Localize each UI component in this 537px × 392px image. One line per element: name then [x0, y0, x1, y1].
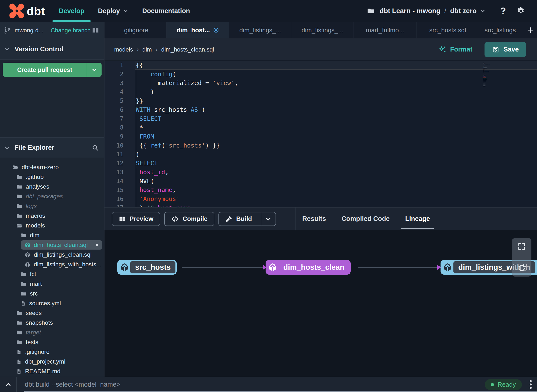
tab-mart-fullmo-[interactable]: mart_fullmo...: [354, 22, 416, 38]
tree-item-mart[interactable]: mart: [0, 279, 104, 289]
bottom-scrollbar[interactable]: [24, 391, 537, 392]
kebab-menu-icon[interactable]: [529, 379, 533, 390]
code-line-9[interactable]: 9 FROM: [104, 132, 537, 141]
tree-item-snapshots[interactable]: snapshots: [0, 318, 104, 328]
file-icon: [20, 301, 26, 306]
panel-tab-lineage[interactable]: Lineage: [397, 208, 438, 230]
file-explorer-title: File Explorer: [15, 144, 54, 151]
tree-item-target[interactable]: target: [0, 328, 104, 337]
code-line-17[interactable]: 17 ) AS host_name,: [104, 203, 537, 207]
tree-item-readme-md[interactable]: README.md: [0, 366, 104, 376]
dbt-logo-text: dbt: [27, 4, 45, 18]
nav-develop[interactable]: Develop: [59, 0, 84, 22]
version-control-header[interactable]: Version Control: [0, 39, 104, 60]
tree-item-sources-yml[interactable]: sources.yml: [0, 298, 104, 308]
tab-dim-listings-[interactable]: dim_listings_...: [291, 22, 354, 38]
tree-item-dim[interactable]: dim: [0, 230, 104, 240]
tree-item--github[interactable]: .github: [0, 172, 104, 182]
tree-item-macros[interactable]: macros: [0, 211, 104, 221]
token-field: host_name: [158, 204, 191, 207]
code-line-10[interactable]: 10 {{ ref('src_hosts') }}: [104, 141, 537, 150]
build-dropdown[interactable]: [261, 212, 276, 226]
tree-item-dbt-packages[interactable]: dbt_packages: [0, 192, 104, 201]
code-line-13[interactable]: 13 host_id,: [104, 168, 537, 177]
editor-minimap[interactable]: [483, 63, 496, 87]
tab-src-hosts-sql[interactable]: src_hosts.sql: [416, 22, 479, 38]
environment-selector[interactable]: dbt zero: [450, 7, 477, 15]
token-keyword: AS: [191, 106, 198, 113]
lineage-node-src-hosts[interactable]: src_hosts: [117, 260, 177, 275]
panel-tab-compiled-code[interactable]: Compiled Code: [334, 208, 397, 230]
line-number: 14: [104, 178, 135, 184]
refresh-icon[interactable]: [517, 263, 526, 273]
file-explorer-header[interactable]: File Explorer: [0, 137, 104, 158]
build-button[interactable]: Build: [218, 212, 276, 226]
fullscreen-icon[interactable]: [517, 242, 526, 251]
format-button[interactable]: Format: [438, 45, 472, 54]
folder-icon: [16, 320, 23, 326]
tree-item-dim-listings-clean-sql[interactable]: dim_listings_clean.sql: [0, 250, 104, 260]
token-plain: }}: [136, 97, 143, 105]
code-line-2[interactable]: 2 config(: [104, 70, 537, 79]
tree-item-dbt-project-yml[interactable]: dbt_project.yml: [0, 357, 104, 366]
token-keyword: config: [150, 71, 172, 78]
tree-item-label: snapshots: [26, 319, 53, 326]
lineage-canvas[interactable]: src_hostsdim_hosts_cleandim_listings_wit…: [104, 230, 537, 377]
code-line-14[interactable]: 14 NVL(: [104, 177, 537, 186]
panel-tab-results[interactable]: Results: [294, 208, 334, 230]
tree-item-label: dbt-learn-zero: [22, 164, 59, 171]
tree-item-dim-hosts-clean-sql[interactable]: dim_hosts_clean.sql: [0, 240, 104, 250]
nav-documentation[interactable]: Documentation: [142, 0, 190, 22]
code-editor[interactable]: 1{{2 config(3 materialized = 'view',4 )5…: [104, 61, 537, 207]
tree-item-dbt-learn-zero[interactable]: dbt-learn-zero: [0, 162, 104, 172]
breadcrumb-item[interactable]: models: [114, 46, 133, 53]
code-line-7[interactable]: 7 SELECT: [104, 114, 537, 123]
tree-item-src[interactable]: src: [0, 289, 104, 298]
tree-item--gitignore[interactable]: .gitignore: [0, 347, 104, 357]
indent-guide: [136, 141, 136, 150]
nav-deploy[interactable]: Deploy: [98, 0, 129, 22]
code-line-12[interactable]: 12SELECT: [104, 159, 537, 168]
tree-item-logs[interactable]: logs: [0, 201, 104, 211]
breadcrumb-item[interactable]: dim_hosts_clean.sql: [161, 46, 214, 53]
code-line-15[interactable]: 15 host_name,: [104, 186, 537, 195]
code-line-6[interactable]: 6WITH src_hosts AS (: [104, 105, 537, 114]
docs-book-icon[interactable]: [92, 26, 99, 34]
tab-dim-host-[interactable]: dim_host...: [166, 22, 229, 38]
tree-item-models[interactable]: models: [0, 221, 104, 230]
search-icon[interactable]: [92, 144, 99, 151]
create-pull-request-button[interactable]: Create pull request: [3, 63, 102, 77]
help-button[interactable]: ?: [500, 6, 506, 16]
command-input[interactable]: dbt build --select <model_name>: [25, 381, 120, 388]
tree-item-fct[interactable]: fct: [0, 269, 104, 279]
breadcrumb-item[interactable]: dim: [142, 46, 152, 53]
code-line-11[interactable]: 11): [104, 150, 537, 159]
create-pr-dropdown[interactable]: [87, 63, 102, 77]
code-line-5[interactable]: 5}}: [104, 96, 537, 105]
new-tab-button[interactable]: [524, 22, 537, 38]
code-line-16[interactable]: 16 'Anonymous': [104, 194, 537, 203]
gear-icon[interactable]: [516, 6, 525, 16]
tree-item-dim-listings-with-hosts-[interactable]: dim_listings_with_hosts...: [0, 260, 104, 269]
code-line-1[interactable]: 1{{: [104, 61, 537, 70]
tab-dim-listings-[interactable]: dim_listings_...: [229, 22, 291, 38]
tab-src-listings-[interactable]: src_listings.: [479, 22, 523, 38]
project-name: dbt Learn - mwong: [380, 7, 440, 15]
change-branch-link[interactable]: Change branch: [51, 27, 91, 34]
tree-item-seeds[interactable]: seeds: [0, 308, 104, 318]
save-button[interactable]: Save: [485, 42, 526, 57]
editor-header: models›dim›dim_hosts_clean.sql Format Sa…: [104, 38, 537, 61]
tree-item-tests[interactable]: tests: [0, 337, 104, 347]
compile-button[interactable]: Compile: [164, 212, 214, 226]
code-line-3[interactable]: 3 materialized = 'view',: [104, 78, 537, 87]
token-plain: ) }}: [205, 142, 220, 149]
token-field: host_name: [139, 186, 172, 193]
code-line-8[interactable]: 8 *: [104, 123, 537, 132]
chevron-down-icon[interactable]: [479, 8, 486, 14]
code-line-4[interactable]: 4 ): [104, 87, 537, 96]
tree-item-analyses[interactable]: analyses: [0, 182, 104, 192]
tab--gitignore[interactable]: .gitignore: [104, 22, 166, 38]
lineage-node-dim-hosts-clean[interactable]: dim_hosts_clean: [266, 260, 351, 275]
preview-button[interactable]: Preview: [112, 212, 160, 226]
command-bar-toggle[interactable]: [0, 377, 17, 392]
